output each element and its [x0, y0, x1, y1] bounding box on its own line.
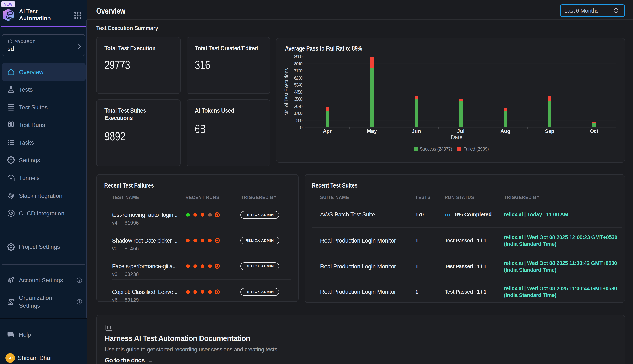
svg-text:Oct: Oct [590, 128, 598, 134]
svg-text:May: May [367, 128, 377, 134]
svg-text:0: 0 [300, 124, 303, 130]
svg-text:7120: 7120 [294, 68, 303, 74]
svg-text:8900: 8900 [294, 54, 303, 60]
svg-text:Date: Date [451, 134, 462, 140]
svg-text:4450: 4450 [294, 89, 303, 95]
svg-text:Success (24377): Success (24377) [420, 146, 452, 152]
svg-text:2670: 2670 [294, 104, 303, 109]
svg-text:6230: 6230 [294, 75, 303, 81]
svg-text:Sep: Sep [545, 128, 554, 134]
svg-text:Jul: Jul [457, 128, 464, 134]
svg-text:5340: 5340 [294, 82, 303, 88]
svg-text:890: 890 [296, 118, 303, 123]
svg-text:Jun: Jun [412, 128, 421, 134]
svg-text:1780: 1780 [294, 110, 303, 116]
svg-text:8010: 8010 [294, 61, 303, 66]
svg-text:3560: 3560 [294, 96, 303, 102]
svg-text:Aug: Aug [500, 128, 510, 134]
svg-text:Average Pass to Fail Ratio: 89: Average Pass to Fail Ratio: 89% [285, 44, 362, 52]
svg-text:No. of Test Executions: No. of Test Executions [283, 68, 289, 116]
svg-text:Failed (2939): Failed (2939) [463, 146, 489, 152]
svg-text:Apr: Apr [323, 128, 332, 134]
